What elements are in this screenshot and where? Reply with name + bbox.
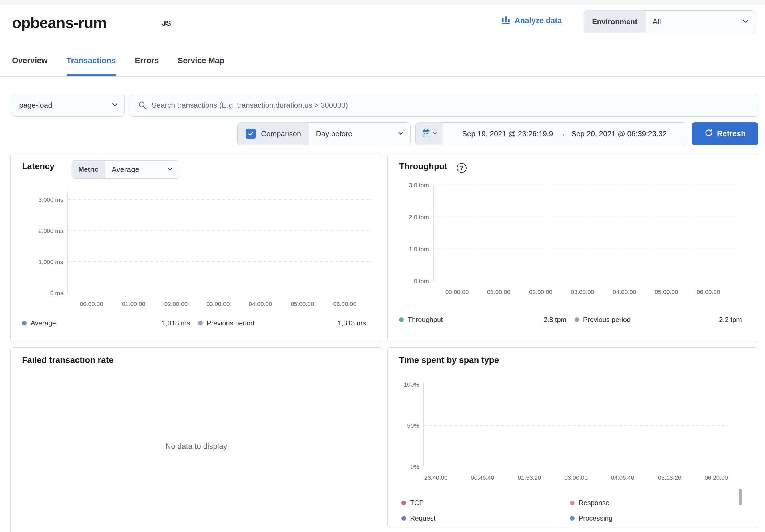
refresh-icon xyxy=(704,129,713,139)
transaction-type-select[interactable]: page-load xyxy=(12,94,125,117)
legend-item-processing[interactable]: Processing xyxy=(570,511,739,526)
tab-transactions[interactable]: Transactions xyxy=(67,56,116,76)
arrow-right-icon: → xyxy=(558,129,566,138)
legend-label: Previous period xyxy=(207,319,255,327)
svg-text:23:40:00: 23:40:00 xyxy=(424,474,448,481)
svg-text:1,000 ms: 1,000 ms xyxy=(39,259,63,265)
end-date[interactable]: Sep 20, 2021 @ 06:39:23.32 xyxy=(571,130,667,138)
legend-dot xyxy=(570,501,575,505)
page-title: opbeans-rum xyxy=(12,14,107,31)
svg-text:01:53:20: 01:53:20 xyxy=(518,474,541,481)
calendar-icon xyxy=(421,129,430,139)
transaction-type-value: page-load xyxy=(12,101,109,110)
svg-text:02:00:00: 02:00:00 xyxy=(529,289,553,295)
legend-label: Processing xyxy=(579,514,613,522)
legend-item-throughput[interactable]: Throughput 2.8 tpm xyxy=(399,316,575,324)
metric-label: Metric xyxy=(72,160,105,178)
latency-chart[interactable]: 0 ms1,000 ms2,000 ms3,000 ms00:00:0001:0… xyxy=(16,188,377,311)
svg-text:05:00:00: 05:00:00 xyxy=(291,301,314,307)
latency-legend: Average 1,018 ms Previous period 1,313 m… xyxy=(22,319,374,327)
svg-text:04:00:00: 04:00:00 xyxy=(249,301,272,307)
date-range-display: Sep 19, 2021 @ 23:26:19.9 → Sep 20, 2021… xyxy=(442,129,686,138)
legend-item-tcp[interactable]: TCP xyxy=(401,495,570,511)
latency-title: Latency xyxy=(22,161,54,171)
legend-label: TCP xyxy=(410,499,424,507)
svg-text:01:00:00: 01:00:00 xyxy=(487,289,510,295)
throughput-panel: Throughput ? 0 tpm1.0 tpm2.0 tpm3.0 tpm0… xyxy=(387,154,758,342)
date-range-picker: Sep 19, 2021 @ 23:26:19.9 → Sep 20, 2021… xyxy=(415,122,686,145)
legend-value: 2.8 tpm xyxy=(543,316,574,324)
svg-text:2.0 tpm: 2.0 tpm xyxy=(409,214,429,220)
span-type-chart[interactable]: 0%50%100%23:40:0000:46:4001:53:2003:00:0… xyxy=(392,379,735,485)
svg-text:00:46:40: 00:46:40 xyxy=(471,474,494,481)
svg-text:06:00:00: 06:00:00 xyxy=(333,301,357,307)
legend-label: Previous period xyxy=(583,316,631,324)
chevron-down-icon xyxy=(111,101,119,110)
tab-bar: Overview Transactions Errors Service Map xyxy=(12,56,225,76)
analyze-data-label: Analyze data xyxy=(514,16,562,25)
environment-select[interactable]: Environment All xyxy=(584,10,755,33)
legend-item-previous-period[interactable]: Previous period 1,313 ms xyxy=(198,319,374,327)
span-type-legend: TCP Response Request Processing xyxy=(401,495,739,526)
analyze-chart-icon xyxy=(501,15,510,27)
svg-text:50%: 50% xyxy=(407,422,419,429)
svg-text:06:20:00: 06:20:00 xyxy=(705,474,728,481)
svg-text:04:00:00: 04:00:00 xyxy=(613,289,636,295)
refresh-label: Refresh xyxy=(717,130,746,138)
legend-dot xyxy=(570,516,575,521)
help-icon[interactable]: ? xyxy=(457,163,466,173)
throughput-legend: Throughput 2.8 tpm Previous period 2.2 t… xyxy=(399,316,750,324)
legend-dot xyxy=(198,321,203,326)
legend-label: Request xyxy=(410,514,435,522)
legend-label: Response xyxy=(579,499,609,507)
svg-text:3,000 ms: 3,000 ms xyxy=(39,196,63,203)
start-date[interactable]: Sep 19, 2021 @ 23:26:19.9 xyxy=(462,130,553,138)
legend-item-request[interactable]: Request xyxy=(401,511,570,526)
tab-errors[interactable]: Errors xyxy=(135,56,159,76)
tab-service-map[interactable]: Service Map xyxy=(178,56,224,76)
svg-text:03:00:00: 03:00:00 xyxy=(206,301,230,307)
legend-item-average[interactable]: Average 1,018 ms xyxy=(22,319,198,327)
svg-text:100%: 100% xyxy=(403,381,419,388)
svg-text:02:00:00: 02:00:00 xyxy=(164,301,188,307)
time-spent-by-span-type-title: Time spent by span type xyxy=(399,355,499,365)
chevron-down-icon xyxy=(166,165,173,173)
svg-text:05:00:00: 05:00:00 xyxy=(655,289,678,295)
svg-text:0 tpm: 0 tpm xyxy=(414,278,429,284)
comparison-checkbox[interactable] xyxy=(246,129,256,139)
svg-text:3.0 tpm: 3.0 tpm xyxy=(409,182,429,188)
refresh-button[interactable]: Refresh xyxy=(692,122,758,145)
environment-label: Environment xyxy=(584,11,645,33)
svg-text:05:13:20: 05:13:20 xyxy=(658,474,681,481)
legend-dot xyxy=(401,516,406,521)
svg-text:1.0 tpm: 1.0 tpm xyxy=(409,246,429,252)
svg-text:03:00:00: 03:00:00 xyxy=(564,474,588,481)
legend-scrollbar[interactable] xyxy=(739,489,742,505)
chevron-down-icon xyxy=(397,130,404,138)
legend-dot xyxy=(399,317,403,322)
no-data-message: No data to display xyxy=(11,442,382,451)
svg-text:0 ms: 0 ms xyxy=(50,290,63,296)
time-spent-by-span-type-panel: Time spent by span type 0%50%100%23:40:0… xyxy=(387,348,758,528)
svg-text:00:00:00: 00:00:00 xyxy=(445,289,469,295)
throughput-chart[interactable]: 0 tpm1.0 tpm2.0 tpm3.0 tpm00:00:0001:00:… xyxy=(392,181,741,299)
legend-item-previous-period[interactable]: Previous period 2.2 tpm xyxy=(575,316,750,324)
tab-overview[interactable]: Overview xyxy=(12,56,48,76)
agent-badge: JS xyxy=(162,19,171,28)
legend-dot xyxy=(575,317,579,322)
legend-dot xyxy=(22,321,27,326)
latency-metric-select[interactable]: Metric Average xyxy=(72,160,179,178)
analyze-data-link[interactable]: Analyze data xyxy=(501,15,562,27)
svg-text:01:00:00: 01:00:00 xyxy=(122,301,145,307)
search-transactions-input[interactable] xyxy=(152,94,758,116)
chevron-down-icon xyxy=(742,17,749,26)
search-bar xyxy=(130,94,758,117)
svg-text:06:00:00: 06:00:00 xyxy=(697,289,720,295)
comparison-control: Comparison Day before xyxy=(237,122,410,145)
legend-item-response[interactable]: Response xyxy=(570,495,739,511)
search-icon xyxy=(130,101,152,110)
comparison-option-value[interactable]: Day before xyxy=(309,130,395,138)
legend-dot xyxy=(401,501,406,505)
quick-select-button[interactable] xyxy=(416,123,442,145)
comparison-label: Comparison xyxy=(261,130,301,138)
